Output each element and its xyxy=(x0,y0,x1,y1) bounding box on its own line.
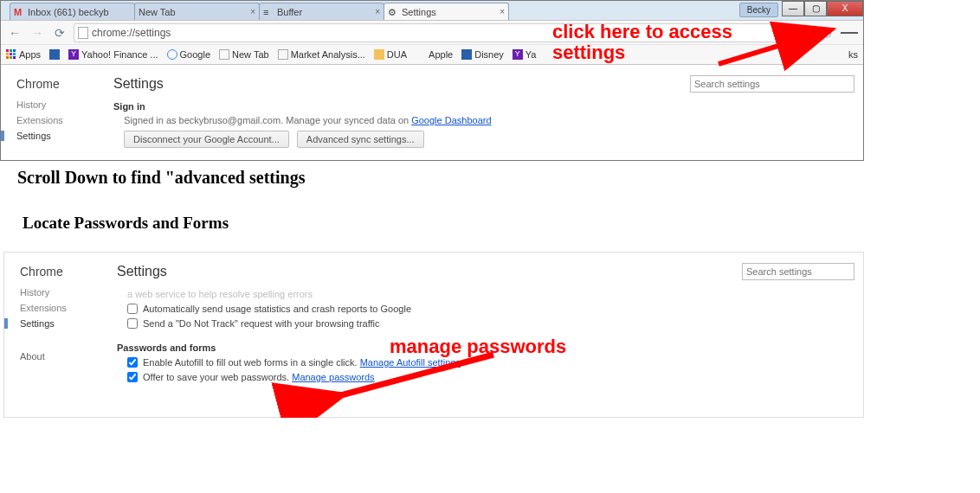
sidebar-item-history[interactable]: History xyxy=(16,99,98,110)
disney-icon xyxy=(461,49,472,60)
google-dashboard-link[interactable]: Google Dashboard xyxy=(411,115,491,125)
google-icon xyxy=(167,49,177,60)
other-bookmarks-trunc[interactable]: ks xyxy=(848,49,858,60)
gear-icon: ⚙ xyxy=(388,7,398,17)
tab-strip: M Inbox (661) beckyb New Tab × ≡ Buffer … xyxy=(1,1,739,20)
bookmark-item[interactable]: YYa xyxy=(513,49,537,60)
tab-newtab[interactable]: New Tab × xyxy=(134,3,260,20)
signin-description: Signed in as beckybruso@gmail.com. Manag… xyxy=(113,115,854,125)
settings-page-2: Chrome History Extensions Settings About… xyxy=(4,253,863,417)
sidebar-item-history[interactable]: History xyxy=(20,287,101,298)
passwords-forms-heading: Passwords and forms xyxy=(117,343,854,353)
gmail-icon: M xyxy=(14,7,24,17)
sidebar-item-settings[interactable]: Settings xyxy=(1,131,98,141)
checkbox-autofill[interactable]: Enable Autofill to fill out web forms in… xyxy=(127,357,854,368)
browser-window-2: Chrome History Extensions Settings About… xyxy=(3,252,864,418)
close-icon[interactable]: × xyxy=(375,7,380,16)
settings-title-row: Settings xyxy=(117,263,854,280)
bookmark-item[interactable]: Google xyxy=(167,49,210,60)
sidebar-item-about[interactable]: About xyxy=(20,351,101,362)
signin-heading: Sign in xyxy=(113,101,854,112)
back-button[interactable]: ← xyxy=(6,24,23,42)
user-badge[interactable]: Becky xyxy=(739,3,778,17)
page-icon xyxy=(219,49,229,60)
bookmark-item[interactable]: YYahoo! Finance ... xyxy=(68,49,158,60)
omnibox[interactable]: chrome://settings ☆ xyxy=(74,23,790,42)
checkbox-spelling: a web service to help resolve spelling e… xyxy=(127,289,854,299)
bookmark-star-icon[interactable]: ☆ xyxy=(777,27,786,39)
search-settings-input[interactable] xyxy=(690,75,854,93)
tab-label: New Tab xyxy=(139,7,176,17)
tab-label: Settings xyxy=(402,7,436,17)
tab-label: Inbox (661) beckyb xyxy=(28,7,109,17)
bookmark-icon xyxy=(49,49,60,60)
checkbox[interactable] xyxy=(127,372,138,382)
tab-settings[interactable]: ⚙ Settings × xyxy=(384,3,509,20)
checkbox[interactable] xyxy=(127,318,138,329)
forward-button[interactable]: → xyxy=(29,24,46,42)
tab-inbox[interactable]: M Inbox (661) beckyb xyxy=(10,3,135,20)
maximize-button[interactable]: ▢ xyxy=(804,1,827,16)
minimize-button[interactable]: — xyxy=(782,1,804,16)
close-icon[interactable]: × xyxy=(500,7,505,16)
close-icon[interactable]: × xyxy=(250,7,255,16)
bookmark-item[interactable]: New Tab xyxy=(219,49,269,60)
settings-main-2: Settings a web service to help resolve s… xyxy=(101,253,863,417)
sidebar-heading: Chrome xyxy=(20,265,101,279)
folder-icon xyxy=(374,49,384,60)
page-title: Settings xyxy=(117,264,167,279)
search-settings-input[interactable] xyxy=(742,263,854,280)
bookmark-apps[interactable]: Apps xyxy=(6,49,41,60)
checkbox-dnt[interactable]: Send a "Do Not Track" request with your … xyxy=(127,318,854,329)
sidebar-item-extensions[interactable]: Extensions xyxy=(20,303,101,313)
checkbox-save-passwords[interactable]: Offer to save your web passwords. Manage… xyxy=(127,372,854,382)
apple-icon xyxy=(416,49,426,60)
extension-icon-2[interactable]: ◓ xyxy=(818,24,835,42)
window-controls: Becky — ▢ X xyxy=(739,1,863,20)
omnibox-text: chrome://settings xyxy=(92,27,171,39)
tab-label: Buffer xyxy=(277,7,302,17)
yahoo-icon: Y xyxy=(513,49,523,60)
sidebar-item-settings[interactable]: Settings xyxy=(4,318,101,329)
bookmark-item[interactable] xyxy=(49,49,60,60)
sidebar-item-extensions[interactable]: Extensions xyxy=(16,115,98,125)
page-icon xyxy=(278,49,288,60)
extension-icon-1[interactable]: ◈ xyxy=(796,24,813,42)
bookmark-item[interactable]: DUA xyxy=(374,49,407,60)
apps-grid-icon xyxy=(6,49,16,60)
tab-buffer[interactable]: ≡ Buffer × xyxy=(259,3,384,20)
settings-sidebar-2: Chrome History Extensions Settings About xyxy=(4,253,101,417)
bookmarks-bar: Apps YYahoo! Finance ... Google New Tab … xyxy=(1,44,863,65)
bookmark-item[interactable]: Apple xyxy=(416,49,453,60)
close-window-button[interactable]: X xyxy=(827,1,863,16)
browser-window-1: M Inbox (661) beckyb New Tab × ≡ Buffer … xyxy=(0,0,864,161)
checkbox[interactable] xyxy=(127,357,138,368)
disconnect-account-button[interactable]: Disconnect your Google Account... xyxy=(124,131,289,148)
settings-title-row: Settings xyxy=(113,75,854,93)
checkbox-usage-stats[interactable]: Automatically send usage statistics and … xyxy=(127,304,854,314)
bookmark-item[interactable]: Disney xyxy=(461,49,504,60)
settings-page: Chrome History Extensions Settings Setti… xyxy=(1,65,863,160)
instruction-heading-1: Scroll Down to find "advanced settings xyxy=(0,161,864,195)
manage-autofill-link[interactable]: Manage Autofill settings xyxy=(360,357,461,368)
sidebar-heading: Chrome xyxy=(16,77,98,91)
instruction-heading-2: Locate Passwords and Forms xyxy=(0,195,864,240)
page-icon xyxy=(78,27,88,39)
reload-button[interactable]: ⟳ xyxy=(51,24,68,42)
yahoo-icon: Y xyxy=(68,49,79,60)
nav-toolbar: ← → ⟳ chrome://settings ☆ ◈ ◓ xyxy=(1,20,863,44)
buffer-icon: ≡ xyxy=(263,7,274,17)
settings-main: Settings Sign in Signed in as beckybruso… xyxy=(98,65,863,160)
menu-button[interactable] xyxy=(841,24,858,42)
title-bar: M Inbox (661) beckyb New Tab × ≡ Buffer … xyxy=(1,1,863,20)
bookmark-item[interactable]: Market Analysis... xyxy=(278,49,365,60)
manage-passwords-link[interactable]: Manage passwords xyxy=(292,372,374,382)
settings-sidebar: Chrome History Extensions Settings xyxy=(1,65,98,160)
advanced-sync-button[interactable]: Advanced sync settings... xyxy=(297,131,424,148)
checkbox[interactable] xyxy=(127,304,138,314)
page-title: Settings xyxy=(113,76,164,92)
